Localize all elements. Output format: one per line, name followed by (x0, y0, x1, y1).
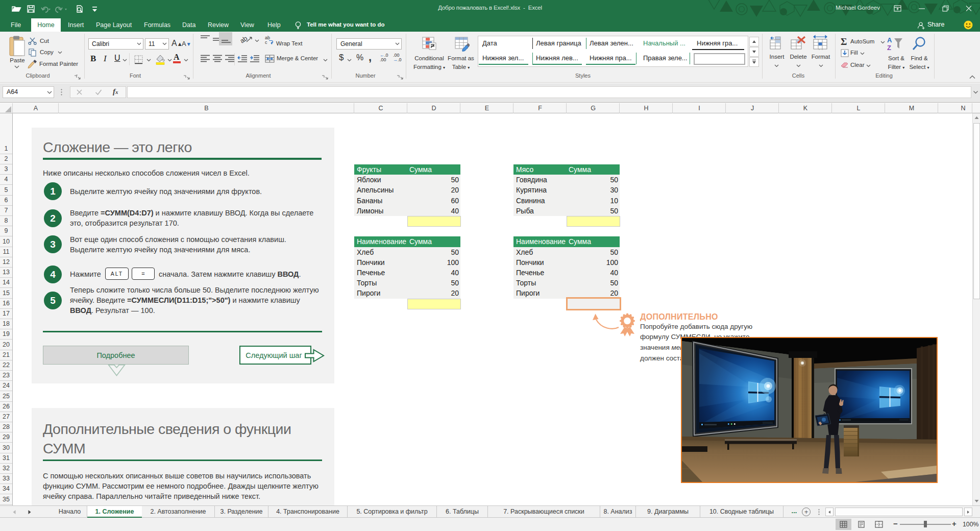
svg-text:A: A (887, 36, 892, 44)
svg-text:Z: Z (887, 44, 891, 52)
svg-text:c: c (265, 40, 267, 44)
